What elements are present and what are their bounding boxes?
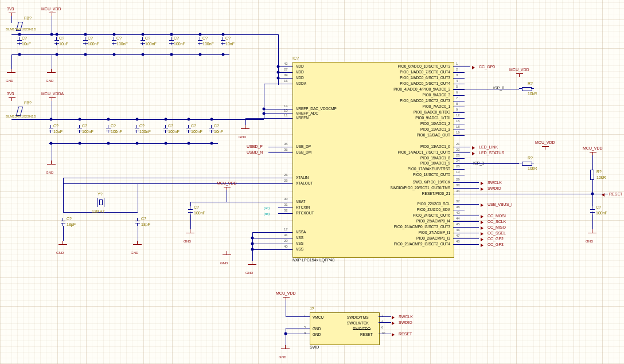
port-ledstat: LED_STATUS — [479, 151, 504, 155]
cap-c4 — [112, 37, 116, 45]
nc-rtcxout: (nc) — [264, 212, 270, 216]
cx2-val: 18pF — [141, 222, 150, 226]
power-mcuvdd — [49, 13, 56, 13]
port-swclk: SWCLK — [487, 181, 502, 185]
wire — [52, 101, 52, 119]
port-ccmosi: CC_MOSI — [487, 214, 506, 218]
cv-ref: C? — [194, 205, 199, 209]
junction-icon — [188, 118, 190, 121]
junction-icon — [18, 53, 21, 56]
wire-xtalin — [63, 178, 278, 178]
wire — [592, 214, 593, 229]
r-isp0-ref: R? — [528, 81, 533, 85]
net-mcuvdd-isp0: MCU_VDD — [509, 68, 529, 72]
wire — [227, 202, 278, 202]
c7-ref: C? — [202, 36, 208, 40]
cm6-val: 100nF — [191, 130, 202, 134]
wire — [190, 214, 191, 229]
junction-icon — [222, 33, 225, 36]
c7-val: 100nF — [202, 42, 214, 46]
wire — [227, 190, 227, 202]
junction-icon — [199, 53, 202, 56]
power-3v3-2 — [9, 97, 15, 98]
net-mcuvdd-swd: MCU_VDD — [276, 291, 296, 295]
wire — [286, 328, 310, 328]
net-3v3: 3V3 — [7, 7, 14, 11]
wire — [268, 152, 278, 153]
wire — [190, 202, 191, 206]
net-mcuvdd-isp1: MCU_VDD — [535, 140, 555, 144]
c6-val: 100nF — [174, 42, 185, 46]
junction-icon — [263, 112, 266, 115]
wire — [453, 238, 479, 239]
cap-c3 — [83, 37, 88, 45]
cap-vbat — [188, 206, 193, 214]
swd-pin-reset: RESET — [360, 332, 373, 336]
y-ref: Y? — [98, 192, 103, 196]
wire — [453, 204, 479, 205]
port-swclk-j: SWCLK — [399, 315, 413, 319]
cv-val: 100nF — [194, 211, 205, 215]
fb1-ref: FB? — [24, 16, 32, 20]
wire — [453, 182, 479, 183]
port-ccmiso: CC_MISO — [487, 225, 506, 229]
wire — [453, 147, 470, 147]
gnd-label: GND — [220, 261, 228, 265]
wire — [252, 232, 278, 233]
c5-ref: C? — [145, 36, 150, 40]
gnd-label: GND — [46, 79, 53, 83]
swd-pin-swclk: SWCLK/TCK — [347, 321, 369, 325]
wire — [63, 226, 64, 241]
c5-val: 100nF — [145, 42, 157, 46]
wire — [264, 113, 292, 114]
c3-ref: C? — [88, 36, 93, 40]
cm2-ref: C? — [82, 124, 87, 128]
wire — [379, 322, 391, 323]
wire — [592, 155, 593, 167]
cm4-val: 100nF — [139, 130, 151, 134]
power-mcuvdd-isp0 — [516, 73, 523, 74]
gnd-label: GND — [131, 251, 138, 255]
power-mcuvdd-isp1 — [542, 146, 549, 147]
cap-c5 — [141, 37, 145, 45]
wire — [278, 78, 292, 79]
cm3-ref: C? — [111, 124, 116, 128]
wire — [453, 152, 470, 153]
nc-rtcxin: (nc) — [264, 206, 270, 210]
junction-icon — [113, 53, 116, 56]
c3-val: 100nF — [88, 42, 99, 46]
wire — [63, 178, 64, 212]
wire — [453, 163, 519, 164]
port-swdio: SWDIO — [487, 186, 501, 190]
wire — [252, 238, 278, 238]
junction-icon — [210, 118, 213, 121]
junction-icon — [199, 33, 202, 36]
rr-val: 10kR — [596, 175, 606, 179]
gnd-icon — [47, 69, 56, 77]
ic-refdes: IC? — [292, 56, 299, 60]
power-mcuvdda — [49, 97, 56, 98]
junction-icon — [165, 142, 167, 145]
wire — [11, 54, 12, 69]
port-ccgp3: CC_GP3 — [487, 242, 504, 246]
c6-ref: C? — [174, 36, 179, 40]
power-mcuvdd-vbat — [224, 187, 231, 187]
junction-icon — [136, 118, 139, 121]
y-freq: 12MHz — [92, 209, 104, 213]
wire-mcuvdd-drop — [52, 16, 52, 34]
gnd-icon — [588, 229, 597, 237]
power-3v3 — [9, 13, 15, 13]
gnd-icon — [241, 125, 250, 133]
cm5-val: 100nF — [168, 130, 180, 134]
wire — [592, 194, 593, 206]
wire — [245, 118, 246, 125]
net-3v3-2: 3V3 — [7, 92, 14, 96]
c1-ref: C? — [22, 36, 27, 40]
cm1-ref: C? — [53, 124, 58, 128]
junction-icon — [84, 33, 87, 36]
net-mcuvdd-reset: MCU_VDD — [583, 146, 603, 150]
r-isp0-val: 10kR — [528, 92, 537, 96]
wire — [138, 226, 138, 241]
cx2-ref: C? — [141, 217, 146, 221]
cm3-val: 100nF — [111, 130, 122, 134]
